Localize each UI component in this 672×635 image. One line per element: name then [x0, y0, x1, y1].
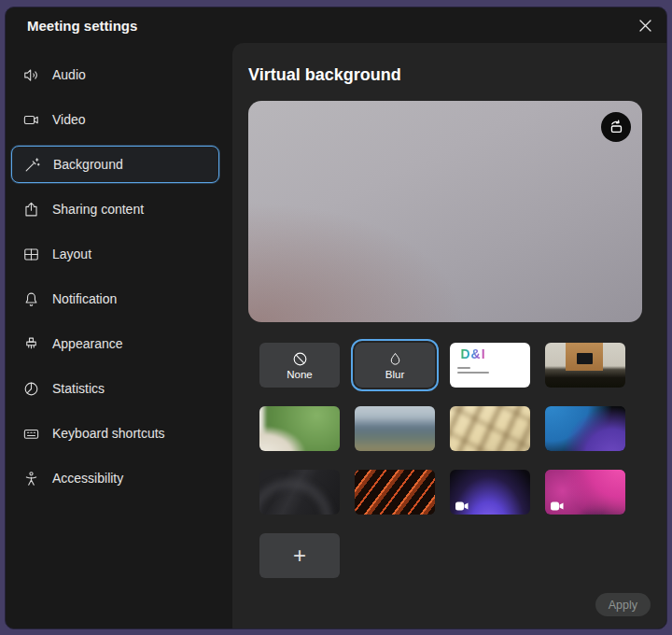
- tile-label: Blur: [385, 370, 404, 381]
- sidebar-item-notification[interactable]: Notification: [11, 276, 219, 321]
- sidebar-item-audio[interactable]: Audio: [11, 52, 219, 97]
- close-icon: [638, 19, 652, 35]
- background-tile-abstract-blue[interactable]: [545, 406, 625, 451]
- sidebar-item-label: Sharing content: [52, 202, 144, 217]
- sidebar-item-label: Accessibility: [52, 471, 123, 486]
- add-background-button[interactable]: +: [259, 533, 340, 578]
- accessibility-icon: [22, 470, 40, 487]
- speaker-icon: [22, 66, 40, 84]
- sidebar-item-accessibility[interactable]: Accessibility: [11, 456, 219, 501]
- sidebar-item-label: Audio: [52, 67, 86, 82]
- paintbrush-icon: [22, 335, 40, 353]
- sidebar-item-label: Statistics: [52, 381, 105, 396]
- flip-camera-button[interactable]: [601, 112, 631, 142]
- sidebar-item-background[interactable]: Background: [11, 146, 219, 183]
- bell-icon: [22, 290, 40, 308]
- d-and-i-logo: D&I: [457, 347, 489, 374]
- sidebar-item-sharing-content[interactable]: Sharing content: [11, 187, 219, 232]
- sidebar-item-layout[interactable]: Layout: [11, 232, 219, 276]
- close-button[interactable]: [633, 15, 657, 39]
- sidebar-item-label: Appearance: [52, 336, 123, 351]
- background-tile-mountains-blur[interactable]: [355, 406, 435, 451]
- background-tile-living-room[interactable]: [259, 406, 340, 451]
- sidebar-item-label: Notification: [52, 291, 117, 306]
- background-tile-purple-glow[interactable]: [450, 470, 530, 515]
- background-tile-window-light[interactable]: [450, 406, 530, 451]
- grid-icon: [22, 246, 40, 263]
- plus-icon: +: [293, 544, 306, 567]
- titlebar: Meeting settings: [6, 7, 666, 45]
- flip-camera-icon: [607, 117, 625, 138]
- magic-wand-icon: [23, 156, 41, 174]
- sidebar-item-label: Background: [53, 157, 123, 172]
- dialog-title: Meeting settings: [27, 18, 137, 34]
- background-tile-pink-abstract[interactable]: [545, 470, 625, 515]
- share-icon: [22, 201, 40, 219]
- pie-chart-icon: [22, 380, 40, 398]
- camera-icon: [22, 111, 40, 129]
- sidebar-item-keyboard-shortcuts[interactable]: Keyboard shortcuts: [11, 411, 219, 456]
- background-tile-d-and-i[interactable]: D&I: [450, 343, 530, 388]
- camera-preview: [248, 101, 642, 322]
- background-tile-none[interactable]: None: [259, 343, 340, 388]
- sidebar-item-label: Keyboard shortcuts: [52, 426, 165, 441]
- video-camera-icon: [455, 500, 469, 509]
- sidebar-item-appearance[interactable]: Appearance: [11, 321, 219, 366]
- keyboard-icon: [22, 425, 40, 443]
- tile-label: None: [287, 370, 313, 381]
- video-camera-icon: [551, 500, 564, 509]
- background-tile-blur[interactable]: Blur: [355, 343, 435, 388]
- panel-heading: Virtual background: [248, 65, 401, 85]
- apply-button[interactable]: Apply: [595, 593, 651, 616]
- sidebar-item-label: Layout: [52, 247, 91, 261]
- settings-sidebar: Audio Video Background Sharing content L: [6, 45, 232, 628]
- meeting-settings-dialog: Meeting settings Audio Video Background: [5, 7, 667, 629]
- sidebar-item-label: Video: [52, 112, 86, 127]
- blur-droplet-icon: [387, 350, 403, 368]
- sidebar-item-video[interactable]: Video: [11, 97, 219, 142]
- virtual-background-panel: Virtual background None Blur: [232, 43, 666, 628]
- background-tile-dark-waves[interactable]: [259, 470, 340, 515]
- none-icon: [291, 350, 309, 368]
- background-thumbnail-grid: None Blur D&I: [259, 343, 625, 515]
- sidebar-item-statistics[interactable]: Statistics: [11, 366, 219, 411]
- background-tile-lava-marble[interactable]: [355, 470, 435, 515]
- background-tile-office-room[interactable]: [545, 343, 625, 388]
